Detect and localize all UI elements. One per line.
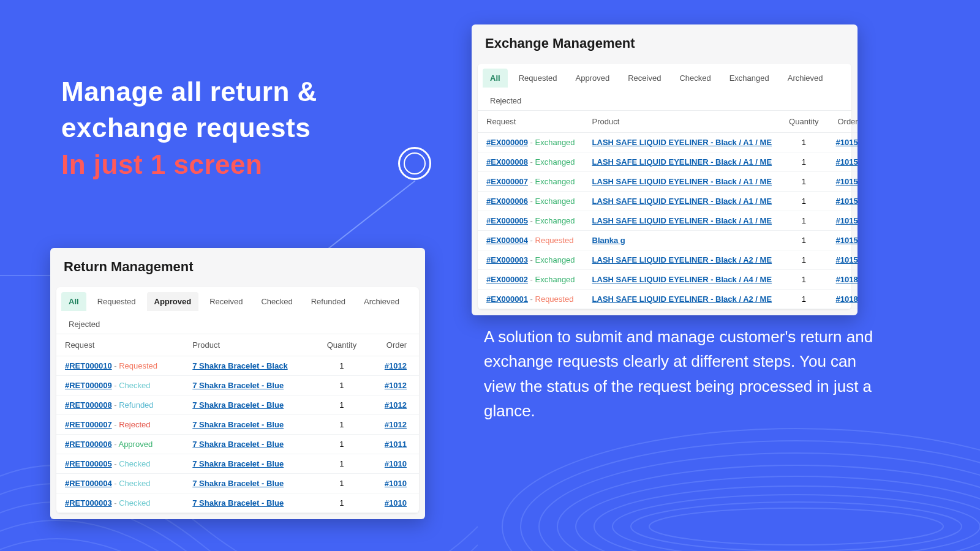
tab-received[interactable]: Received [202,292,250,311]
order-link[interactable]: #1010 [385,459,407,468]
status-label: Approved [118,440,153,449]
status-label: Exchanged [535,197,575,206]
table-row: #EX000008 - ExchangedLASH SAFE LIQUID EY… [478,152,858,172]
tab-requested[interactable]: Requested [511,69,565,88]
separator: - [112,420,119,429]
product-link[interactable]: LASH SAFE LIQUID EYELINER - Black / A1 /… [592,177,772,186]
tab-rejected[interactable]: Rejected [61,315,107,334]
return-table: Request Product Quantity Order #RET00001… [56,334,419,513]
tab-exchanged[interactable]: Exchanged [722,69,777,88]
tab-checked[interactable]: Checked [254,292,300,311]
return-panel: Return Management AllRequestedApprovedRe… [50,248,425,519]
product-link[interactable]: Blanka g [592,236,625,245]
order-link[interactable]: #1015 [836,138,858,147]
product-link[interactable]: 7 Shakra Bracelet - Blue [192,440,284,449]
table-row: #EX000004 - RequestedBlanka g1#1015 [478,231,858,250]
request-link[interactable]: #EX000004 [486,236,528,245]
status-label: Requested [119,361,157,370]
order-link[interactable]: #1015 [836,177,858,186]
product-link[interactable]: LASH SAFE LIQUID EYELINER - Black / A1 /… [592,197,772,206]
order-link[interactable]: #1015 [836,197,858,206]
request-link[interactable]: #RET000009 [65,381,112,390]
quantity-cell: 1 [315,474,369,493]
order-link[interactable]: #1015 [836,216,858,225]
order-link[interactable]: #1018 [836,294,858,304]
order-link[interactable]: #1012 [385,420,407,429]
product-link[interactable]: 7 Shakra Bracelet - Blue [192,400,284,410]
request-link[interactable]: #EX000007 [486,177,528,186]
product-link[interactable]: 7 Shakra Bracelet - Blue [192,459,284,468]
request-link[interactable]: #RET000010 [65,361,112,370]
table-row: #RET000008 - Refunded7 Shakra Bracelet -… [56,395,419,415]
tab-all[interactable]: All [61,292,86,311]
tab-archieved[interactable]: Archieved [780,69,831,88]
svg-point-2 [539,453,980,551]
exchange-col-order: Order [827,111,858,133]
request-link[interactable]: #EX000006 [486,197,528,206]
request-link[interactable]: #RET000003 [65,498,112,508]
status-label: Exchanged [535,138,575,147]
order-link[interactable]: #1012 [385,381,407,390]
request-link[interactable]: #RET000005 [65,459,112,468]
request-link[interactable]: #RET000007 [65,420,112,429]
separator: - [112,440,119,449]
order-link[interactable]: #1012 [385,361,407,370]
quantity-cell: 1 [780,231,827,250]
order-link[interactable]: #1015 [836,255,858,264]
status-label: Checked [119,498,150,508]
request-link[interactable]: #EX000008 [486,157,528,167]
tab-requested[interactable]: Requested [90,292,143,311]
tab-refunded[interactable]: Refunded [304,292,353,311]
tab-rejected[interactable]: Rejected [483,91,529,110]
request-link[interactable]: #EX000009 [486,138,528,147]
order-link[interactable]: #1018 [836,275,858,284]
request-link[interactable]: #RET000004 [65,479,112,488]
status-label: Rejected [119,420,150,429]
svg-point-5 [594,486,980,551]
product-link[interactable]: LASH SAFE LIQUID EYELINER - Black / A1 /… [592,216,772,225]
svg-point-6 [612,495,980,551]
request-link[interactable]: #EX000005 [486,216,528,225]
table-row: #EX000001 - RequestedLASH SAFE LIQUID EY… [478,290,858,309]
product-link[interactable]: LASH SAFE LIQUID EYELINER - Black / A2 /… [592,255,772,264]
product-link[interactable]: LASH SAFE LIQUID EYELINER - Black / A2 /… [592,294,772,304]
tab-approved[interactable]: Approved [147,292,199,311]
product-link[interactable]: LASH SAFE LIQUID EYELINER - Black / A1 /… [592,157,772,167]
tab-approved[interactable]: Approved [568,69,617,88]
separator: - [528,157,535,167]
product-link[interactable]: 7 Shakra Bracelet - Black [192,361,287,370]
quantity-cell: 1 [780,152,827,172]
separator: - [528,216,535,225]
product-link[interactable]: 7 Shakra Bracelet - Blue [192,420,284,429]
exchange-tabs: AllRequestedApprovedReceivedCheckedExcha… [478,64,851,111]
return-panel-inner: AllRequestedApprovedReceivedCheckedRefun… [56,287,419,513]
tab-archieved[interactable]: Archieved [356,292,407,311]
quantity-cell: 1 [780,270,827,290]
exchange-panel: Exchange Management AllRequestedApproved… [472,24,858,315]
tab-checked[interactable]: Checked [672,69,718,88]
request-link[interactable]: #EX000003 [486,255,528,264]
table-row: #EX000009 - ExchangedLASH SAFE LIQUID EY… [478,133,858,152]
order-link[interactable]: #1010 [385,498,407,508]
product-link[interactable]: 7 Shakra Bracelet - Blue [192,381,284,390]
svg-point-4 [576,476,980,551]
product-link[interactable]: 7 Shakra Bracelet - Blue [192,479,284,488]
tab-received[interactable]: Received [620,69,668,88]
order-link[interactable]: #1012 [385,400,407,410]
table-row: #EX000002 - ExchangedLASH SAFE LIQUID EY… [478,270,858,290]
quantity-cell: 1 [315,493,369,513]
tab-all[interactable]: All [483,69,508,88]
separator: - [528,275,535,284]
request-link[interactable]: #EX000002 [486,275,528,284]
table-row: #EX000003 - ExchangedLASH SAFE LIQUID EY… [478,250,858,270]
product-link[interactable]: LASH SAFE LIQUID EYELINER - Black / A1 /… [592,138,772,147]
request-link[interactable]: #RET000008 [65,400,112,410]
order-link[interactable]: #1011 [385,440,407,449]
order-link[interactable]: #1015 [836,157,858,167]
request-link[interactable]: #RET000006 [65,440,112,449]
product-link[interactable]: LASH SAFE LIQUID EYELINER - Black / A4 /… [592,275,772,284]
request-link[interactable]: #EX000001 [486,294,528,304]
order-link[interactable]: #1015 [836,236,858,245]
product-link[interactable]: 7 Shakra Bracelet - Blue [192,498,284,508]
order-link[interactable]: #1010 [385,479,407,488]
